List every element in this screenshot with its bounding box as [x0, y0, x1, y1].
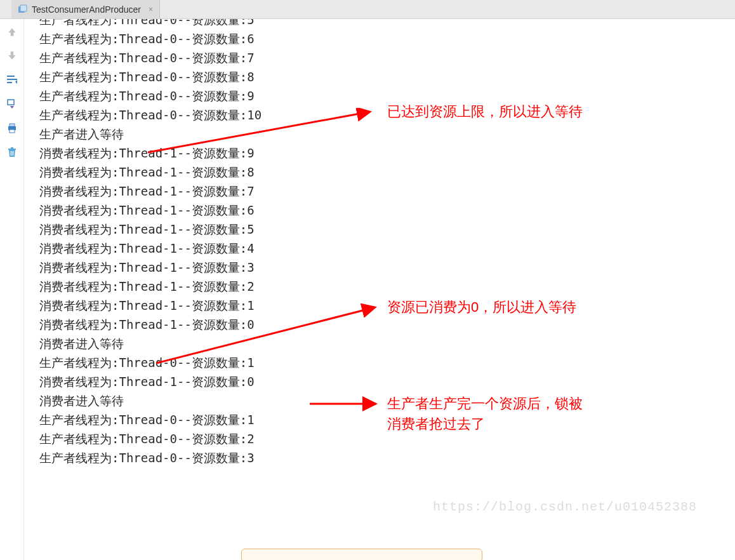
run-panel-icon	[18, 4, 28, 15]
trash-icon[interactable]	[6, 146, 18, 159]
tab-title: TestConsumerAndProducer	[32, 4, 141, 15]
console-line: 生产者线程为:Thread-0--资源数量:1	[39, 353, 735, 372]
svg-rect-3	[7, 79, 17, 80]
console-line: 消费者线程为:Thread-1--资源数量:8	[39, 163, 735, 182]
console-line: 消费者线程为:Thread-1--资源数量:1	[39, 296, 735, 315]
console-line: 消费者线程为:Thread-1--资源数量:0	[39, 372, 735, 391]
console-line: 生产者线程为:Thread-0--资源数量:3	[39, 448, 735, 467]
svg-rect-7	[10, 124, 15, 126]
console-line: 消费者线程为:Thread-1--资源数量:4	[39, 239, 735, 258]
gutter-toolbar	[0, 19, 24, 560]
partial-button	[241, 549, 482, 560]
svg-rect-4	[7, 82, 12, 83]
close-icon[interactable]: ×	[149, 5, 153, 14]
console-line: 消费者线程为:Thread-1--资源数量:7	[39, 182, 735, 201]
arrow-down-icon[interactable]	[6, 50, 18, 62]
console-line: 消费者线程为:Thread-1--资源数量:5	[39, 220, 735, 239]
svg-rect-10	[11, 147, 13, 149]
console-output[interactable]: 生产者线程为:Thread-0--资源数量:5生产者线程为:Thread-0--…	[24, 19, 735, 517]
content-row: 生产者线程为:Thread-0--资源数量:5生产者线程为:Thread-0--…	[0, 19, 735, 560]
tab-bar: TestConsumerAndProducer ×	[0, 0, 735, 19]
arrow-up-icon[interactable]	[6, 25, 18, 38]
console-line: 生产者线程为:Thread-0--资源数量:2	[39, 429, 735, 448]
console-line: 消费者线程为:Thread-1--资源数量:6	[39, 201, 735, 220]
console-line: 生产者进入等待	[39, 124, 735, 143]
tab-test-consumer-producer[interactable]: TestConsumerAndProducer ×	[11, 0, 160, 18]
scroll-to-end-icon[interactable]	[6, 98, 18, 110]
svg-rect-8	[10, 130, 15, 133]
svg-rect-1	[20, 5, 27, 11]
console-line: 生产者线程为:Thread-0--资源数量:6	[39, 29, 735, 48]
print-icon[interactable]	[6, 122, 18, 135]
console-line: 消费者线程为:Thread-1--资源数量:3	[39, 258, 735, 277]
svg-rect-2	[7, 76, 15, 77]
console-line: 生产者线程为:Thread-0--资源数量:5	[39, 19, 735, 29]
console-line: 消费者线程为:Thread-1--资源数量:2	[39, 277, 735, 296]
soft-wrap-icon[interactable]	[6, 74, 18, 86]
console-line: 消费者进入等待	[39, 391, 735, 410]
console-line: 生产者线程为:Thread-0--资源数量:8	[39, 67, 735, 86]
console-line: 消费者线程为:Thread-1--资源数量:9	[39, 143, 735, 163]
svg-rect-9	[8, 149, 16, 150]
console-line: 消费者进入等待	[39, 334, 735, 353]
console-line: 生产者线程为:Thread-0--资源数量:1	[39, 410, 735, 429]
console-line: 生产者线程为:Thread-0--资源数量:10	[39, 105, 735, 124]
svg-rect-5	[8, 100, 14, 105]
ide-console-window: TestConsumerAndProducer ×	[0, 0, 735, 560]
watermark-text: https://blog.csdn.net/u010452388	[433, 500, 697, 514]
console-line: 消费者线程为:Thread-1--资源数量:0	[39, 315, 735, 334]
console-line: 生产者线程为:Thread-0--资源数量:7	[39, 48, 735, 67]
console-line: 生产者线程为:Thread-0--资源数量:9	[39, 86, 735, 105]
